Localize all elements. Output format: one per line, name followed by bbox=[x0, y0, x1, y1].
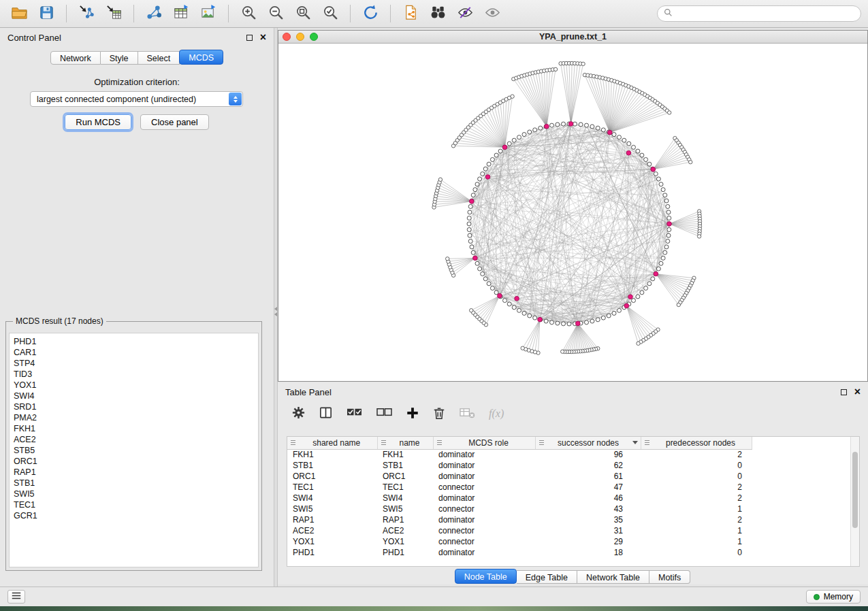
column-options-icon[interactable] bbox=[436, 438, 443, 448]
cell[interactable]: PHD1 bbox=[287, 547, 377, 558]
cell[interactable]: 2 bbox=[641, 449, 752, 460]
delete-row-button[interactable] bbox=[432, 406, 446, 422]
network-view[interactable] bbox=[278, 44, 867, 381]
list-item[interactable]: CAR1 bbox=[14, 347, 258, 358]
list-item[interactable]: SWI4 bbox=[14, 391, 258, 401]
table-row[interactable]: PHD1PHD1dominator180 bbox=[287, 547, 859, 558]
tab-mcds[interactable]: MCDS bbox=[179, 50, 223, 65]
cell[interactable]: ACE2 bbox=[287, 525, 377, 536]
optimization-criterion-select[interactable]: largest connected component (undirected) bbox=[30, 91, 243, 107]
maximize-window-icon[interactable] bbox=[310, 33, 318, 41]
import-network-button[interactable] bbox=[74, 3, 99, 24]
column-options-icon[interactable] bbox=[381, 438, 387, 448]
minimize-window-icon[interactable] bbox=[296, 33, 304, 41]
new-table-button[interactable] bbox=[169, 3, 193, 24]
add-row-button[interactable] bbox=[406, 406, 419, 422]
table-row[interactable]: SWI5SWI5connector431 bbox=[287, 503, 859, 514]
list-item[interactable]: SWI5 bbox=[14, 489, 258, 499]
table-row[interactable]: ACE2ACE2connector311 bbox=[287, 525, 859, 536]
cell[interactable]: ORC1 bbox=[287, 471, 377, 482]
column-options-icon[interactable] bbox=[290, 438, 296, 448]
table-row[interactable]: SWI4SWI4dominator462 bbox=[287, 493, 859, 503]
search-box[interactable] bbox=[657, 5, 861, 22]
cell[interactable]: connector bbox=[433, 503, 535, 514]
column-header-MCDS-role[interactable]: MCDS role bbox=[433, 437, 535, 449]
tab-network-table[interactable]: Network Table bbox=[577, 570, 649, 584]
clear-table-button[interactable] bbox=[459, 406, 476, 422]
cell[interactable]: 0 bbox=[641, 471, 752, 482]
cell[interactable]: TEC1 bbox=[287, 482, 377, 493]
cell[interactable]: 0 bbox=[641, 547, 752, 558]
cell[interactable]: dominator bbox=[433, 493, 535, 503]
function-builder-button[interactable]: f(x) bbox=[489, 408, 504, 420]
column-header-predecessor-nodes[interactable]: predecessor nodes bbox=[641, 437, 752, 449]
panel-menu-button[interactable] bbox=[7, 590, 25, 604]
cell[interactable]: 1 bbox=[641, 503, 752, 514]
column-options-icon[interactable] bbox=[644, 438, 650, 448]
cell[interactable]: connector bbox=[433, 536, 535, 547]
cell[interactable]: STB1 bbox=[377, 460, 433, 471]
cell[interactable]: RAP1 bbox=[287, 514, 377, 525]
select-all-button[interactable] bbox=[346, 406, 363, 422]
memory-button[interactable]: Memory bbox=[806, 590, 861, 604]
cell[interactable]: YOX1 bbox=[287, 536, 377, 547]
sort-caret-icon[interactable] bbox=[632, 441, 638, 444]
list-item[interactable]: GCR1 bbox=[14, 510, 258, 521]
zoom-in-button[interactable] bbox=[236, 3, 261, 24]
close-window-icon[interactable] bbox=[283, 33, 291, 41]
cell[interactable]: 47 bbox=[535, 482, 641, 493]
table-scrollbar[interactable] bbox=[850, 437, 859, 566]
cell[interactable]: dominator bbox=[433, 449, 535, 460]
apply-layout-button[interactable] bbox=[358, 3, 383, 24]
float-table-panel-icon[interactable] bbox=[841, 389, 847, 395]
table-row[interactable]: YOX1YOX1connector291 bbox=[287, 536, 859, 547]
hide-details-button[interactable] bbox=[453, 3, 477, 24]
list-item[interactable]: STB1 bbox=[14, 478, 258, 489]
cell[interactable]: PHD1 bbox=[377, 547, 433, 558]
table-row[interactable]: RAP1RAP1dominator352 bbox=[287, 514, 859, 525]
tab-edge-table[interactable]: Edge Table bbox=[517, 570, 577, 584]
list-item[interactable]: TID3 bbox=[14, 369, 258, 380]
cell[interactable]: STB1 bbox=[287, 460, 377, 471]
cell[interactable]: FKH1 bbox=[377, 449, 433, 460]
table-row[interactable]: FKH1FKH1dominator962 bbox=[287, 449, 859, 460]
tab-style[interactable]: Style bbox=[101, 51, 138, 65]
splitter-collapse-icon[interactable] bbox=[274, 306, 277, 318]
cell[interactable]: YOX1 bbox=[377, 536, 433, 547]
cell[interactable]: SWI4 bbox=[287, 493, 377, 503]
list-item[interactable]: PMA2 bbox=[14, 412, 258, 423]
cell[interactable]: 96 bbox=[535, 449, 641, 460]
cell[interactable]: 18 bbox=[535, 547, 641, 558]
cell[interactable]: connector bbox=[433, 482, 535, 493]
list-item[interactable]: PHD1 bbox=[14, 336, 258, 347]
cell[interactable]: SWI4 bbox=[377, 493, 433, 503]
share-document-button[interactable] bbox=[398, 3, 423, 24]
column-header-shared-name[interactable]: shared name bbox=[287, 437, 377, 449]
list-item[interactable]: SRD1 bbox=[14, 401, 258, 412]
zoom-fit-button[interactable] bbox=[291, 3, 315, 24]
cell[interactable]: SWI5 bbox=[287, 503, 377, 514]
close-panel-button[interactable]: Close panel bbox=[140, 114, 209, 130]
cell[interactable]: connector bbox=[433, 525, 535, 536]
find-button[interactable] bbox=[425, 3, 450, 24]
table-settings-button[interactable] bbox=[291, 406, 306, 422]
cell[interactable]: 2 bbox=[641, 482, 752, 493]
column-options-icon[interactable] bbox=[539, 438, 545, 448]
tab-select[interactable]: Select bbox=[138, 51, 180, 65]
cell[interactable]: 62 bbox=[535, 460, 641, 471]
zoom-selected-button[interactable] bbox=[318, 3, 342, 24]
search-input[interactable] bbox=[676, 9, 854, 18]
cell[interactable]: 2 bbox=[641, 493, 752, 503]
cell[interactable]: 43 bbox=[535, 503, 641, 514]
open-session-button[interactable] bbox=[7, 3, 31, 24]
list-item[interactable]: YOX1 bbox=[14, 380, 258, 391]
tab-node-table[interactable]: Node Table bbox=[455, 569, 517, 584]
cell[interactable]: SWI5 bbox=[377, 503, 433, 514]
cell[interactable]: ORC1 bbox=[377, 471, 433, 482]
import-table-button[interactable] bbox=[101, 3, 126, 24]
tab-motifs[interactable]: Motifs bbox=[649, 570, 690, 584]
cell[interactable]: 1 bbox=[641, 525, 752, 536]
list-item[interactable]: STB5 bbox=[14, 445, 258, 456]
list-item[interactable]: FKH1 bbox=[14, 423, 258, 434]
cell[interactable]: 29 bbox=[535, 536, 641, 547]
